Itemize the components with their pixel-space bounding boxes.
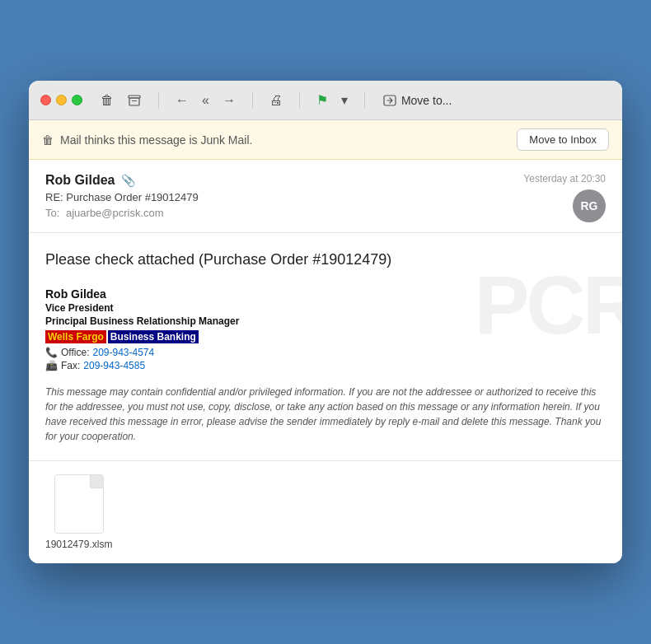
wells-fargo-label: Wells Fargo [45, 330, 106, 343]
move-to-inbox-button[interactable]: Move to Inbox [517, 128, 609, 151]
sender-name: Rob Gildea [45, 173, 115, 188]
email-to-line: To: ajuarbe@pcrisk.com [45, 207, 199, 219]
reply-button[interactable]: ← [171, 90, 194, 111]
fax-phone-link[interactable]: 209-943-4585 [83, 360, 145, 371]
separator-1 [158, 92, 159, 109]
office-phone-link[interactable]: 209-943-4574 [92, 347, 154, 358]
toolbar-nav-group: ← « → [171, 90, 241, 111]
business-banking-label: Business Banking [108, 330, 199, 343]
attachment-item[interactable]: 19012479.xlsm [45, 474, 112, 550]
minimize-button[interactable] [56, 95, 67, 105]
file-icon-fold [90, 475, 103, 488]
to-label: To: [45, 207, 59, 219]
forward-button[interactable]: → [218, 90, 241, 111]
email-subject-preview: RE: Purchase Order #19012479 [45, 191, 199, 203]
archive-button[interactable] [122, 90, 147, 111]
attachment-filename: 19012479.xlsm [45, 539, 112, 550]
reply-all-button[interactable]: « [197, 90, 214, 111]
sig-fax-contact: 📠 Fax: 209-943-4585 [45, 360, 606, 371]
separator-2 [252, 92, 253, 109]
toolbar-delete-group: 🗑 [96, 90, 147, 111]
sig-subtitle: Principal Business Relationship Manager [45, 315, 606, 327]
toolbar-flag-group: ⚑ ▾ [311, 89, 353, 111]
sig-name: Rob Gildea [45, 287, 606, 301]
svg-rect-1 [129, 98, 139, 105]
junk-icon: 🗑 [42, 133, 54, 147]
sig-title: Vice President [45, 302, 606, 314]
fax-label: Fax: [61, 360, 80, 371]
separator-3 [299, 92, 300, 109]
close-button[interactable] [40, 95, 51, 105]
email-body-heading: Please check attached (Purchase Order #1… [45, 250, 606, 270]
meta-right: Yesterday at 20:30 RG [523, 173, 606, 222]
disclaimer-text: This message may contain confidential an… [45, 385, 606, 444]
traffic-lights [40, 95, 82, 105]
delete-button[interactable]: 🗑 [96, 90, 119, 111]
sig-brand-row: Wells Fargo Business Banking [45, 330, 606, 343]
file-icon [54, 474, 104, 534]
flag-button[interactable]: ⚑ [311, 89, 333, 111]
maximize-button[interactable] [72, 95, 82, 105]
email-timestamp: Yesterday at 20:30 [523, 173, 606, 184]
flag-dropdown-button[interactable]: ▾ [336, 89, 353, 111]
move-to-icon [383, 94, 396, 107]
office-label: Office: [61, 347, 89, 358]
mail-window: 🗑 ← « → 🖨 ⚑ ▾ [29, 81, 622, 562]
print-button[interactable]: 🖨 [265, 90, 288, 111]
attachment-area: 19012479.xlsm [29, 460, 622, 563]
sender-info: Rob Gildea 📎 RE: Purchase Order #1901247… [45, 173, 199, 219]
avatar: RG [573, 189, 606, 222]
email-header: Rob Gildea 📎 RE: Purchase Order #1901247… [29, 160, 622, 233]
sender-name-row: Rob Gildea 📎 [45, 173, 199, 188]
email-body: PCR Please check attached (Purchase Orde… [29, 233, 622, 460]
junk-message-text: Mail thinks this message is Junk Mail. [60, 133, 252, 147]
junk-banner: 🗑 Mail thinks this message is Junk Mail.… [29, 120, 622, 160]
move-to-button[interactable]: Move to... [377, 91, 458, 110]
phone-icon: 📞 [45, 347, 58, 358]
titlebar: 🗑 ← « → 🖨 ⚑ ▾ [29, 81, 622, 120]
to-address[interactable]: ajuarbe@pcrisk.com [66, 207, 164, 219]
separator-4 [364, 92, 365, 109]
fax-icon: 📠 [45, 360, 58, 371]
move-to-label: Move to... [401, 94, 452, 107]
junk-banner-message: 🗑 Mail thinks this message is Junk Mail. [42, 133, 252, 147]
sig-office-contact: 📞 Office: 209-943-4574 [45, 347, 606, 358]
email-meta-row: Rob Gildea 📎 RE: Purchase Order #1901247… [45, 173, 606, 222]
attachment-clip-icon: 📎 [121, 174, 135, 187]
